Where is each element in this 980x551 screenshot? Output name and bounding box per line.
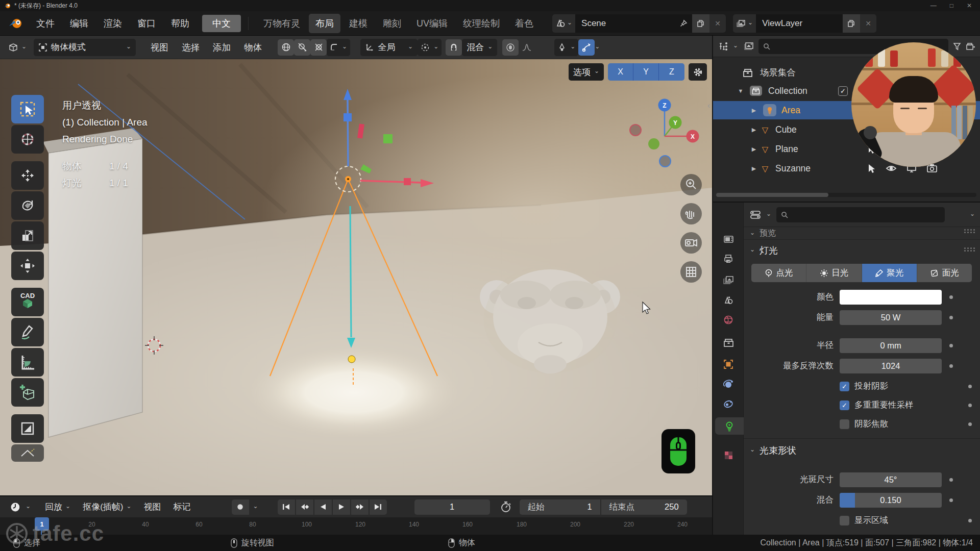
cad-sketcher-tool[interactable]: CAD (11, 288, 44, 316)
zoom-button[interactable] (680, 174, 702, 195)
menu-render[interactable]: 渲染 (96, 14, 130, 33)
scale-tool[interactable] (11, 221, 44, 250)
add-cube-tool[interactable] (11, 378, 44, 407)
shadow-caustics-checkbox[interactable] (840, 419, 849, 429)
measure-tool[interactable] (11, 348, 44, 377)
extra-tool[interactable] (11, 414, 44, 443)
falloff-dropdown[interactable] (519, 39, 535, 56)
workspace-tab-sculpting[interactable]: 雕刻 (376, 14, 408, 33)
display-mode-icon[interactable] (743, 42, 754, 51)
current-frame-field[interactable]: 1 (414, 499, 490, 515)
outliner-editor-icon[interactable] (718, 42, 728, 51)
language-button[interactable]: 中文 (202, 15, 241, 32)
properties-search-input[interactable] (776, 207, 945, 222)
corner-options-dropdown[interactable]: ⌄ (327, 39, 350, 56)
tab-collection[interactable] (718, 334, 739, 352)
menu-file[interactable]: 文件 (29, 14, 62, 33)
scene-name-field[interactable]: Scene (575, 14, 675, 33)
proportional-edit-toggle[interactable] (502, 39, 519, 56)
view-menu[interactable]: 视图 (144, 41, 175, 54)
cursor-tool[interactable] (11, 125, 44, 154)
eye-icon[interactable] (886, 163, 897, 173)
tab-scene[interactable] (718, 291, 739, 309)
timeline-editor-icon[interactable] (7, 499, 23, 515)
animate-dot[interactable] (949, 364, 953, 368)
pin-button[interactable] (675, 14, 692, 33)
workspace-tab-shading[interactable]: 着色 (508, 14, 540, 33)
animate-dot[interactable] (949, 344, 953, 347)
menu-window[interactable]: 窗口 (130, 14, 163, 33)
color-swatch[interactable] (840, 290, 942, 305)
panel-grip[interactable] (964, 229, 966, 231)
outliner-row-suzanne[interactable]: ▶ ▽ Suzanne (713, 159, 980, 178)
light-type-point[interactable]: 点光 (751, 264, 806, 282)
new-view-layer-button[interactable] (843, 14, 860, 33)
prev-keyframe-button[interactable] (296, 499, 313, 515)
bounces-field[interactable]: 1024 (840, 359, 942, 373)
minimize-button[interactable]: — (930, 2, 937, 9)
camera-view-button[interactable] (680, 232, 702, 254)
tab-physics[interactable] (718, 375, 739, 393)
snap-magnet-toggle[interactable] (446, 39, 462, 56)
global-transform-toggle[interactable] (278, 39, 294, 56)
axis-x-button[interactable]: X (608, 63, 633, 81)
multi-importance-checkbox[interactable]: ✓ (840, 400, 849, 410)
tab-output[interactable] (718, 250, 739, 267)
playback-menu[interactable]: 回放⌄ (40, 501, 76, 513)
move-tool[interactable] (11, 161, 44, 190)
play-button[interactable] (333, 499, 350, 515)
animate-dot[interactable] (968, 422, 972, 426)
add-menu[interactable]: 添加 (206, 41, 237, 54)
transform-tool[interactable] (11, 252, 44, 280)
animate-dot[interactable] (949, 316, 953, 319)
blend-slider[interactable]: 0.150 (840, 493, 942, 508)
workspace-tab-layout[interactable]: 布局 (309, 14, 340, 33)
visibility-dropdown[interactable]: ⌄ (554, 39, 578, 56)
mode-dropdown[interactable]: 物体模式 ⌄ (34, 39, 136, 56)
next-keyframe-button[interactable] (351, 499, 369, 515)
view-layer-name-field[interactable]: ViewLayer (756, 14, 843, 33)
animate-dot[interactable] (968, 519, 972, 522)
tab-object[interactable] (718, 356, 739, 373)
new-scene-button[interactable] (692, 14, 709, 33)
snap-self-toggle[interactable] (294, 39, 310, 56)
select-box-tool[interactable] (11, 95, 44, 123)
panel-grip[interactable] (964, 247, 966, 249)
scene-browse-button[interactable]: ⌄ (552, 14, 575, 33)
menu-edit[interactable]: 编辑 (62, 14, 96, 33)
play-reverse-button[interactable] (314, 499, 332, 515)
frame-start-field[interactable]: 起始1 (520, 499, 600, 515)
tab-constraints[interactable] (718, 395, 739, 412)
transform-settings-button[interactable] (689, 63, 707, 81)
tab-texture[interactable] (718, 446, 739, 464)
panel-light-header[interactable]: ⌄灯光 (750, 244, 778, 257)
disclosure-closed-icon[interactable]: ▶ (749, 165, 759, 172)
workspace-tab-texture-paint[interactable]: 纹理绘制 (456, 14, 506, 33)
remove-view-layer-button[interactable]: ✕ (860, 14, 876, 33)
orientation-dropdown[interactable]: 全局 ⌄ (360, 39, 418, 56)
light-type-area[interactable]: 面光 (917, 264, 972, 282)
new-collection-icon[interactable] (966, 42, 975, 51)
tab-light-data[interactable] (715, 417, 744, 435)
outliner-scrollbar[interactable] (716, 193, 976, 197)
filter-icon[interactable] (953, 42, 961, 51)
auto-key-button[interactable] (232, 499, 249, 515)
animate-dot[interactable] (968, 385, 972, 388)
pivot-dropdown[interactable]: ⌄ (418, 39, 442, 56)
jump-to-end-button[interactable] (370, 499, 387, 515)
view-layer-browse-button[interactable]: ⌄ (733, 14, 756, 33)
unlink-scene-button[interactable]: ✕ (709, 14, 726, 33)
panel-beam-shape-header[interactable]: ⌄光束形状 (750, 444, 796, 457)
scrollbar-thumb[interactable] (716, 193, 828, 197)
rotate-tool[interactable] (11, 191, 44, 220)
tab-render[interactable] (718, 231, 739, 248)
disclosure-open-icon[interactable]: ▼ (736, 88, 746, 94)
spot-size-field[interactable]: 45° (840, 472, 942, 487)
cast-shadow-checkbox[interactable]: ✓ (840, 382, 849, 391)
select-menu[interactable]: 选择 (175, 41, 206, 54)
annotate-tool[interactable] (11, 318, 44, 346)
tab-view-layer[interactable] (718, 271, 739, 289)
light-type-spot[interactable]: 聚光 (862, 264, 917, 282)
editor-type-button[interactable] (5, 39, 21, 56)
axis-y-button[interactable]: Y (633, 63, 659, 81)
